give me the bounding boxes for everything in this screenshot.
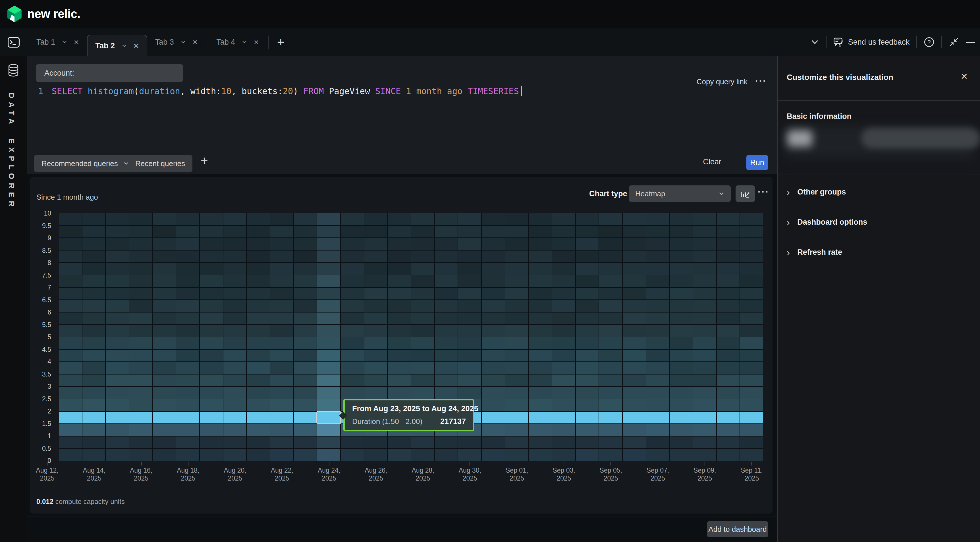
heatmap-cell[interactable] bbox=[270, 412, 293, 424]
heatmap-cell[interactable] bbox=[623, 275, 646, 287]
heatmap-cell[interactable] bbox=[294, 387, 317, 399]
heatmap-cell[interactable] bbox=[411, 263, 434, 275]
clear-button[interactable]: Clear bbox=[703, 158, 721, 166]
heatmap-cell[interactable] bbox=[317, 325, 340, 337]
heatmap-cell[interactable] bbox=[576, 437, 599, 448]
heatmap-cell[interactable] bbox=[717, 325, 740, 337]
heatmap-cell[interactable] bbox=[482, 412, 505, 424]
heatmap-cell[interactable] bbox=[223, 238, 247, 250]
heatmap-cell[interactable] bbox=[576, 312, 599, 324]
heatmap-cell[interactable] bbox=[599, 399, 622, 411]
tab-menu-chevron[interactable] bbox=[61, 39, 68, 45]
heatmap-cell[interactable] bbox=[693, 275, 716, 287]
heatmap-cell[interactable] bbox=[740, 350, 763, 362]
heatmap-cell[interactable] bbox=[129, 437, 152, 448]
heatmap-cell[interactable] bbox=[505, 300, 528, 312]
heatmap-cell[interactable] bbox=[717, 250, 740, 263]
tab-close-icon[interactable]: × bbox=[74, 38, 79, 46]
heatmap-cell[interactable] bbox=[505, 238, 528, 250]
heatmap-cell[interactable] bbox=[388, 375, 411, 386]
query-more-menu-icon[interactable]: ··· bbox=[755, 76, 767, 86]
heatmap-cell[interactable] bbox=[129, 238, 152, 250]
heatmap-cell[interactable] bbox=[200, 312, 223, 324]
heatmap-cell[interactable] bbox=[200, 250, 223, 263]
heatmap-cell[interactable] bbox=[693, 300, 716, 312]
heatmap-cell[interactable] bbox=[317, 275, 340, 287]
heatmap-cell[interactable] bbox=[153, 399, 176, 411]
heatmap-cell[interactable] bbox=[740, 375, 763, 386]
heatmap-cell[interactable] bbox=[341, 312, 364, 324]
heatmap-cell[interactable] bbox=[670, 275, 693, 287]
heatmap-cell[interactable] bbox=[106, 263, 129, 275]
heatmap-cell[interactable] bbox=[129, 362, 152, 374]
heatmap-cell[interactable] bbox=[388, 226, 411, 238]
heatmap-cell[interactable] bbox=[59, 350, 82, 362]
heatmap-cell[interactable] bbox=[576, 337, 599, 349]
heatmap-cell[interactable] bbox=[482, 325, 505, 337]
heatmap-cell[interactable] bbox=[693, 226, 716, 238]
heatmap-cell[interactable] bbox=[83, 312, 105, 324]
heatmap-cell[interactable] bbox=[59, 437, 82, 448]
heatmap-cell[interactable] bbox=[270, 375, 293, 386]
heatmap-cell[interactable] bbox=[223, 250, 247, 263]
heatmap-cell[interactable] bbox=[411, 449, 434, 461]
heatmap-cell[interactable] bbox=[200, 375, 223, 386]
heatmap-cell[interactable] bbox=[435, 213, 458, 225]
heatmap-cell[interactable] bbox=[623, 362, 646, 374]
heatmap-cell[interactable] bbox=[341, 449, 364, 461]
heatmap-cell[interactable] bbox=[364, 362, 387, 374]
heatmap-cell[interactable] bbox=[529, 325, 552, 337]
heatmap-cell[interactable] bbox=[294, 275, 317, 287]
heatmap-cell[interactable] bbox=[176, 437, 199, 448]
heatmap-cell[interactable] bbox=[223, 375, 247, 386]
heatmap-cell[interactable] bbox=[59, 387, 82, 399]
heatmap-cell[interactable] bbox=[223, 226, 247, 238]
heatmap-cell[interactable] bbox=[505, 263, 528, 275]
heatmap-cell[interactable] bbox=[599, 226, 622, 238]
heatmap-cell[interactable] bbox=[294, 350, 317, 362]
heatmap-cell[interactable] bbox=[552, 213, 575, 225]
heatmap-cell[interactable] bbox=[693, 449, 716, 461]
heatmap-cell[interactable] bbox=[646, 238, 669, 250]
heatmap-cell[interactable] bbox=[740, 263, 763, 275]
heatmap-cell[interactable] bbox=[458, 350, 481, 362]
heatmap-cell[interactable] bbox=[740, 226, 763, 238]
heatmap-cell[interactable] bbox=[153, 238, 176, 250]
heatmap-cell[interactable] bbox=[176, 263, 199, 275]
heatmap-cell[interactable] bbox=[247, 325, 270, 337]
tab-close-icon[interactable]: × bbox=[134, 41, 139, 50]
heatmap-cell[interactable] bbox=[435, 350, 458, 362]
heatmap-cell[interactable] bbox=[599, 424, 622, 436]
heatmap-cell[interactable] bbox=[176, 325, 199, 337]
heatmap-cell[interactable] bbox=[176, 399, 199, 411]
heatmap-cell[interactable] bbox=[482, 350, 505, 362]
heatmap-cell[interactable] bbox=[341, 275, 364, 287]
heatmap-cell[interactable] bbox=[505, 412, 528, 424]
heatmap-cell[interactable] bbox=[59, 263, 82, 275]
heatmap-cell[interactable] bbox=[646, 213, 669, 225]
heatmap-cell[interactable] bbox=[623, 226, 646, 238]
heatmap-cell[interactable] bbox=[247, 238, 270, 250]
heatmap-cell[interactable] bbox=[153, 437, 176, 448]
heatmap-cell[interactable] bbox=[270, 312, 293, 324]
heatmap-cell[interactable] bbox=[646, 337, 669, 349]
heatmap-cell[interactable] bbox=[364, 300, 387, 312]
heatmap-cell[interactable] bbox=[458, 362, 481, 374]
heatmap-cell[interactable] bbox=[317, 387, 340, 399]
heatmap-cell[interactable] bbox=[693, 424, 716, 436]
heatmap-cell[interactable] bbox=[623, 250, 646, 263]
heatmap-cell[interactable] bbox=[529, 263, 552, 275]
heatmap-cell[interactable] bbox=[83, 412, 105, 424]
query-console-button[interactable] bbox=[7, 37, 20, 48]
heatmap-cell[interactable] bbox=[529, 375, 552, 386]
heatmap-cell[interactable] bbox=[482, 399, 505, 411]
heatmap-cell[interactable] bbox=[270, 275, 293, 287]
heatmap-cell[interactable] bbox=[176, 412, 199, 424]
heatmap-cell[interactable] bbox=[623, 300, 646, 312]
heatmap-cell[interactable] bbox=[247, 300, 270, 312]
heatmap-cell[interactable] bbox=[717, 337, 740, 349]
heatmap-cell[interactable] bbox=[294, 449, 317, 461]
heatmap-cell[interactable] bbox=[106, 300, 129, 312]
heatmap-cell[interactable] bbox=[693, 238, 716, 250]
heatmap-cell[interactable] bbox=[552, 437, 575, 448]
